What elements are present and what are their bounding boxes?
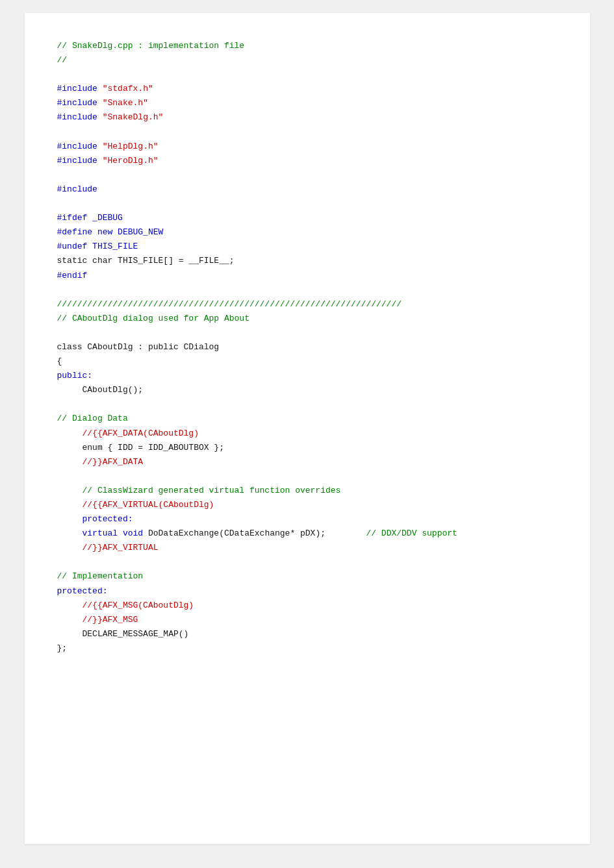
code-block: // SnakeDlg.cpp : implementation file //… <box>57 39 557 656</box>
code-container: // SnakeDlg.cpp : implementation file //… <box>25 13 590 844</box>
